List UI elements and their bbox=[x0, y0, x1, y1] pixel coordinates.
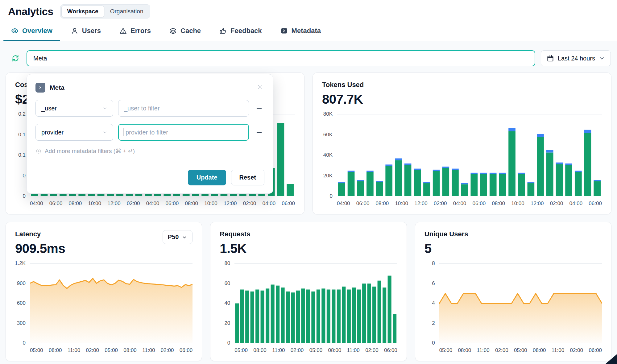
metadata-icon bbox=[35, 83, 45, 93]
calendar-icon bbox=[547, 55, 554, 62]
x-axis-label: 08:00 bbox=[185, 201, 198, 207]
organisation-segment[interactable]: Organisation bbox=[104, 6, 149, 17]
card-title: Requests bbox=[220, 230, 250, 238]
x-axis-label: 06:00 bbox=[166, 201, 179, 207]
tokens-used-chart: 80K60K40K20K0 04:0006:0008:0010:0012:000… bbox=[322, 114, 602, 209]
chevron-down-icon bbox=[182, 234, 187, 240]
refresh-button[interactable] bbox=[10, 53, 21, 64]
x-axis-label: 08:00 bbox=[492, 201, 505, 207]
x-axis-label: 12:00 bbox=[414, 201, 428, 207]
thumbs-up-icon bbox=[219, 27, 227, 35]
metadata-key-select[interactable]: _user bbox=[35, 100, 113, 117]
chevron-down-icon bbox=[102, 105, 108, 111]
x-axis-label: 04:00 bbox=[337, 201, 350, 207]
plot-area bbox=[234, 263, 397, 343]
x-axis-label: 11:00 bbox=[142, 347, 155, 354]
date-range-button[interactable]: Last 24 hours bbox=[541, 50, 611, 66]
tab-cache[interactable]: Cache bbox=[160, 21, 210, 41]
card-title: Latency bbox=[15, 230, 65, 238]
y-axis-label: 20 bbox=[224, 320, 230, 326]
x-axis-label: 05:00 bbox=[309, 347, 323, 354]
x-axis-label: 06:00 bbox=[473, 201, 486, 207]
x-axis-label: 08:00 bbox=[69, 201, 82, 207]
y-axis-label: 60K bbox=[323, 132, 333, 138]
metadata-value-input[interactable] bbox=[118, 124, 249, 141]
warning-icon bbox=[119, 27, 127, 35]
filter-bar: Last 24 hours bbox=[0, 41, 617, 66]
card-value: 909.5ms bbox=[15, 241, 65, 256]
select-value: provider bbox=[41, 129, 64, 136]
metadata-key-select[interactable]: provider bbox=[35, 124, 113, 141]
card-title: Unique Users bbox=[424, 230, 468, 238]
x-axis-label: 02:00 bbox=[365, 347, 379, 354]
add-filter-label: Add more metadata filters (⌘ + ↵) bbox=[45, 147, 135, 155]
plot-area bbox=[337, 114, 602, 196]
popover-title: Meta bbox=[50, 84, 64, 91]
y-axis-label: 0 bbox=[330, 193, 333, 199]
y-axis-label: 300 bbox=[17, 320, 26, 326]
metadata-icon bbox=[280, 27, 288, 35]
tab-label: Cache bbox=[180, 27, 201, 35]
x-axis-label: 08:00 bbox=[49, 347, 62, 354]
x-axis: 05:0008:0011:0002:0005:0008:0011:0002:00… bbox=[234, 343, 397, 356]
x-axis: 04:0006:0008:0010:0012:0002:0004:0006:00… bbox=[337, 196, 602, 209]
x-axis-label: 02:00 bbox=[550, 201, 563, 207]
y-axis-label: 0 bbox=[23, 193, 26, 199]
x-axis-label: 04:00 bbox=[453, 201, 466, 207]
user-icon bbox=[71, 27, 78, 35]
tab-label: Errors bbox=[130, 27, 151, 35]
y-axis: 86420 bbox=[424, 263, 439, 343]
filter-search-input[interactable] bbox=[27, 50, 535, 66]
tab-metadata[interactable]: Metadata bbox=[271, 21, 330, 41]
x-axis-label: 04:00 bbox=[569, 201, 583, 207]
card-value: 5 bbox=[424, 241, 468, 256]
y-axis-label: 0.2 bbox=[18, 111, 26, 117]
plus-circle-icon bbox=[35, 148, 42, 154]
workspace-segment[interactable]: Workspace bbox=[61, 6, 104, 17]
reset-button[interactable]: Reset bbox=[231, 170, 264, 185]
percentile-select[interactable]: P50 bbox=[163, 230, 193, 244]
x-axis-label: 06:00 bbox=[384, 347, 397, 354]
tab-users[interactable]: Users bbox=[62, 21, 110, 41]
x-axis: 05:0008:0011:0002:0005:0008:0011:0002:00… bbox=[439, 343, 602, 356]
x-axis-label: 06:00 bbox=[49, 201, 63, 207]
x-axis-label: 08:00 bbox=[123, 347, 137, 354]
remove-filter-button[interactable] bbox=[254, 103, 264, 114]
scope-toggle: Workspace Organisation bbox=[60, 4, 151, 19]
top-header: Analytics Workspace Organisation bbox=[0, 0, 617, 21]
x-axis-label: 10:00 bbox=[511, 201, 524, 207]
card-title: Tokens Used bbox=[322, 81, 364, 89]
x-axis-label: 05:00 bbox=[439, 347, 453, 354]
x-axis-label: 04:00 bbox=[146, 201, 159, 207]
x-axis-label: 06:00 bbox=[180, 347, 193, 354]
close-button[interactable] bbox=[255, 82, 264, 93]
y-axis: 806040200 bbox=[220, 263, 234, 343]
x-axis-label: 05:00 bbox=[514, 347, 527, 354]
update-button[interactable]: Update bbox=[188, 170, 226, 185]
x-axis-label: 11:00 bbox=[347, 347, 360, 354]
x-axis-label: 10:00 bbox=[204, 201, 217, 207]
tab-errors[interactable]: Errors bbox=[110, 21, 160, 41]
chevron-down-icon bbox=[599, 55, 605, 61]
date-range-label: Last 24 hours bbox=[558, 55, 595, 62]
x-axis-label: 02:00 bbox=[161, 347, 174, 354]
metadata-filter-row: provider bbox=[35, 124, 264, 141]
tab-feedback[interactable]: Feedback bbox=[210, 21, 271, 41]
y-axis-label: 900 bbox=[17, 280, 26, 287]
x-axis-label: 12:00 bbox=[107, 201, 121, 207]
x-axis-label: 02:00 bbox=[291, 347, 304, 354]
x-axis-label: 12:00 bbox=[531, 201, 544, 207]
y-axis-label: 600 bbox=[17, 300, 26, 306]
x-axis-label: 06:00 bbox=[356, 201, 370, 207]
y-axis-label: 0 bbox=[432, 340, 435, 346]
y-axis-label: 20K bbox=[323, 173, 333, 179]
add-filter-button[interactable]: Add more metadata filters (⌘ + ↵) bbox=[35, 147, 135, 155]
tab-overview[interactable]: Overview bbox=[2, 21, 62, 41]
eye-icon bbox=[11, 27, 19, 35]
y-axis-label: 0 bbox=[227, 340, 230, 346]
y-axis-label: 0 bbox=[23, 173, 26, 179]
remove-filter-button[interactable] bbox=[254, 127, 264, 138]
tab-label: Metadata bbox=[292, 27, 321, 35]
metadata-value-input[interactable] bbox=[118, 100, 249, 117]
x-axis-label: 06:00 bbox=[589, 347, 602, 354]
